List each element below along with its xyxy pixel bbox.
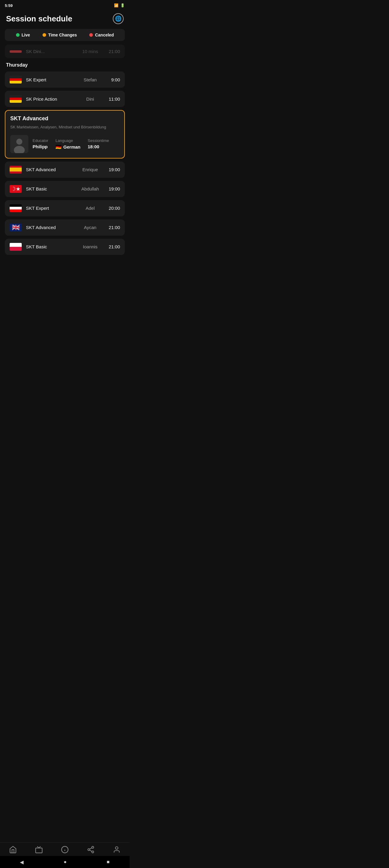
educator-ioannis: Ioannis [80,244,101,249]
time-skt-advanced-aycan: 21:00 [105,225,120,230]
session-skt-expert-adel[interactable]: SKT Expert Adel 20:00 [5,200,125,216]
day-thursday: Thursday [0,61,130,71]
flag-tr-1: ☽★ [10,185,22,193]
educator-enrique: Enrique [80,167,101,172]
session-skt-advanced-aycan[interactable]: SKT Advanced Aycan 21:00 [5,219,125,236]
session-sk-expert[interactable]: SK Expert Stefan 9:00 [5,71,125,88]
header: Session schedule 🌐 [0,10,130,29]
language-col: Language 🇩🇪 German [56,138,81,150]
time-changes-dot [42,33,46,37]
educator-dini: Dini [80,96,101,101]
language-value: 🇩🇪 German [56,144,81,150]
expanded-details: Educator Philipp Language 🇩🇪 German Sess… [10,135,119,153]
legend-canceled: Canceled [89,33,114,37]
session-name-sk-price-action: SK Price Action [26,96,76,101]
status-bar: 5:59 📶 🔋 [0,0,130,10]
sessiontime-value: 18:00 [88,144,109,149]
time-skt-basic-ioannis: 21:00 [105,244,120,249]
time-changes-label: Time Changes [48,33,77,37]
partial-session-name: SK Dini... [26,49,76,54]
sessiontime-label: Sessiontime [88,138,109,143]
flag-de-2 [10,95,22,103]
legend-live: Live [16,33,30,37]
educator-col: Educator Philipp [33,138,48,150]
expanded-title: SKT Advanced [10,116,119,122]
expanded-description: SK Marktwissen, Analysen, Mindset und Bö… [10,124,119,130]
educator-aycan: Aycan [80,225,101,230]
partial-flag [10,50,22,53]
flag-ae-1 [10,204,22,212]
status-time: 5:59 [5,3,13,8]
partial-educator: 10 mins [80,49,101,54]
session-name-skt-basic-abdullah: SKT Basic [26,186,76,191]
canceled-label: Canceled [95,33,114,37]
session-name-skt-advanced-enrique: SKT Advanced [26,167,76,172]
session-name-sk-expert: SK Expert [26,77,76,82]
time-sk-expert: 9:00 [105,77,120,82]
educator-avatar [10,135,28,153]
session-skt-basic-abdullah[interactable]: ☽★ SKT Basic Abdullah 19:00 [5,181,125,197]
educator-stefan: Stefan [80,77,101,82]
svg-point-1 [16,138,22,145]
page-title: Session schedule [6,14,72,24]
session-sk-price-action[interactable]: SK Price Action Dini 11:00 [5,91,125,107]
language-flag-inline: 🇩🇪 [56,144,61,150]
canceled-dot [89,33,93,37]
educator-adel: Adel [80,206,101,211]
live-label: Live [22,33,30,37]
time-sk-price-action: 11:00 [105,96,120,101]
educator-label: Educator [33,138,48,143]
flag-uk-1 [10,224,22,231]
partial-session-card[interactable]: SK Dini... 10 mins 21:00 [5,44,125,58]
signal-icon: 📶 [114,3,119,7]
session-name-skt-basic-ioannis: SKT Basic [26,244,76,249]
session-name-skt-expert-adel: SKT Expert [26,206,76,211]
live-dot [16,33,20,37]
legend-bar: Live Time Changes Canceled [5,29,125,41]
globe-button[interactable]: 🌐 [113,13,124,24]
flag-de-1 [10,76,22,84]
detail-grid: Educator Philipp Language 🇩🇪 German Sess… [33,138,119,150]
session-skt-advanced-enrique[interactable]: SKT Advanced Enrique 19:00 [5,161,125,178]
legend-time-changes: Time Changes [42,33,77,37]
time-skt-advanced-enrique: 19:00 [105,167,120,172]
educator-value: Philipp [33,144,48,149]
language-label: Language [56,138,81,143]
status-icons: 📶 🔋 [114,3,125,7]
battery-icon: 🔋 [120,3,125,7]
session-name-skt-advanced-aycan: SKT Advanced [26,225,76,230]
flag-es-1 [10,166,22,174]
session-skt-basic-ioannis[interactable]: SKT Basic Ioannis 21:00 [5,239,125,255]
expanded-session-card[interactable]: SKT Advanced SK Marktwissen, Analysen, M… [5,110,125,158]
flag-pl-1 [10,243,22,251]
time-skt-basic-abdullah: 19:00 [105,186,120,191]
time-skt-expert-adel: 20:00 [105,206,120,211]
sessiontime-col: Sessiontime 18:00 [88,138,109,150]
partial-time: 21:00 [105,49,120,54]
educator-abdullah: Abdullah [80,186,101,191]
